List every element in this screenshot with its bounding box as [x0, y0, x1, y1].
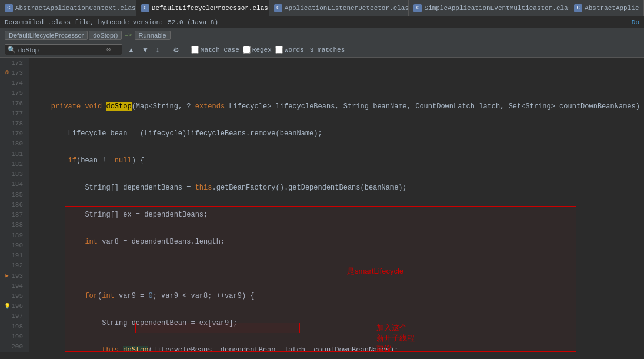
words-checkbox[interactable]	[275, 46, 283, 54]
gutter-row-180: 180	[0, 139, 29, 149]
icon-bulb-196: 💡	[4, 303, 10, 309]
line-num-185: 185	[10, 191, 26, 198]
line-num-200: 200	[10, 343, 26, 350]
gutter-row-183: 183	[0, 169, 29, 180]
line-num-186: 186	[10, 201, 26, 208]
search-icon: 🔍	[8, 46, 16, 54]
tab-simple-app-event[interactable]: C SimpleApplicationEventMulticaster.clas…	[409, 0, 569, 16]
search-clear-button[interactable]: ⊗	[106, 45, 111, 54]
breadcrumb-arrow: =>	[123, 32, 133, 39]
tab-icon-2: C	[141, 4, 149, 12]
code-text-181: String dependentBean = ex[var9];	[34, 318, 238, 328]
search-prev-button[interactable]: ▲	[126, 45, 136, 55]
gutter-row-174: 174	[0, 78, 29, 88]
gutter-row-175: 175	[0, 88, 29, 98]
gutter-row-179: 179	[0, 129, 29, 139]
search-input[interactable]	[18, 46, 106, 54]
line-num-190: 190	[10, 242, 26, 249]
search-bar: 🔍 ⊗ ▲ ▼ ↕ ⚙ Match Case Regex Words 3 mat…	[0, 42, 644, 58]
tab-abstract-applic[interactable]: C AbstractApplic ×	[569, 0, 644, 16]
code-text-176: String[] dependentBeans = this.getBeanFa…	[34, 182, 407, 193]
breadcrumb-method[interactable]: doStop()	[89, 31, 122, 40]
tab-default-lifecycle[interactable]: C DefaultLifecycleProcessor.class ×	[136, 0, 269, 16]
line-num-195: 195	[10, 292, 26, 300]
code-text-174: Lifecycle bean = (Lifecycle)lifecycleBea…	[34, 128, 322, 139]
search-jump-button[interactable]: ↕	[154, 45, 161, 55]
icon-bookmark-193: ▶	[4, 273, 10, 279]
code-line-180: for(int var9 = 0; var9 < var8; ++var9) {	[34, 291, 644, 301]
icon-at-173: @	[4, 70, 10, 76]
gutter-row-193: ▶ 193	[0, 271, 29, 281]
gutter-row-192: 192	[0, 261, 29, 271]
tab-icon-4: C	[413, 4, 422, 12]
search-settings-button[interactable]: ⚙	[171, 45, 181, 55]
line-num-187: 187	[10, 211, 26, 218]
decompile-info: Decompiled .class file, bytecode version…	[5, 19, 218, 26]
words-label: Words	[285, 46, 304, 54]
line-num-175: 175	[10, 89, 26, 97]
tab-icon-3: C	[274, 4, 282, 12]
code-area: 172 @ 173 174 175 176 177 178 179 180 18…	[0, 58, 644, 352]
download-link[interactable]: Do	[632, 19, 639, 26]
gutter-row-188: 188	[0, 220, 29, 230]
search-input-wrapper: 🔍 ⊗	[5, 44, 122, 55]
line-num-173: 173	[10, 69, 26, 77]
match-case-checkbox[interactable]	[191, 46, 199, 54]
breadcrumb-class[interactable]: DefaultLifecycleProcessor	[5, 31, 88, 40]
match-case-label: Match Case	[201, 46, 239, 54]
tab-label-1: AbstractApplicationContext.class	[15, 5, 139, 12]
tab-label-2: DefaultLifecycleProcessor.class	[152, 5, 272, 12]
code-line-172	[34, 74, 644, 85]
line-num-199: 199	[10, 333, 26, 340]
line-num-179: 179	[10, 130, 26, 137]
tab-label-5: AbstractApplic	[585, 5, 639, 12]
gutter-row-184: 184	[0, 180, 29, 190]
tab-app-listener-detector[interactable]: C ApplicationListenerDetector.class ×	[269, 0, 409, 16]
words-option[interactable]: Words	[275, 46, 304, 54]
tab-bar: C AbstractApplicationContext.class × C D…	[0, 0, 644, 16]
code-line-181: String dependentBean = ex[var9];	[34, 318, 644, 328]
line-num-177: 177	[10, 110, 26, 117]
tab-icon-1: C	[5, 4, 13, 12]
gutter-row-185: 185	[0, 190, 29, 200]
gutter-row-178: 178	[0, 118, 29, 128]
matches-count: 3 matches	[310, 46, 345, 54]
line-num-178: 178	[10, 120, 26, 127]
search-separator	[166, 45, 166, 55]
line-num-180: 180	[10, 140, 26, 147]
line-num-172: 172	[10, 59, 26, 67]
search-next-button[interactable]: ▼	[140, 45, 151, 55]
tab-label-4: SimpleApplicationEventMulticaster.class	[424, 5, 575, 12]
match-case-option[interactable]: Match Case	[191, 46, 239, 54]
line-num-198: 198	[10, 323, 26, 330]
gutter-row-189: 189	[0, 230, 29, 240]
code-text-172	[34, 74, 38, 85]
tab-icon-5: C	[574, 4, 582, 12]
tab-abstract-app-context[interactable]: C AbstractApplicationContext.class ×	[0, 0, 136, 16]
line-num-182: 182	[10, 161, 26, 168]
gutter-row-191: 191	[0, 250, 29, 260]
code-line-173: private void doStop(Map<String, ? extend…	[34, 101, 644, 112]
gutter-row-187: 187	[0, 210, 29, 220]
line-num-181: 181	[10, 151, 26, 158]
code-line-179	[34, 264, 644, 274]
gutter-row-199: 199	[0, 331, 29, 341]
code-line-182: this.doStop(lifecycleBeans, dependentBea…	[34, 345, 644, 352]
line-num-191: 191	[10, 252, 26, 259]
gutter-row-172: 172	[0, 58, 29, 68]
regex-checkbox[interactable]	[243, 46, 251, 54]
gutter-row-190: 190	[0, 240, 29, 250]
code-line-176: String[] dependentBeans = this.getBeanFa…	[34, 182, 644, 193]
gutter-row-196: 💡 196	[0, 301, 29, 311]
breadcrumb-lambda[interactable]: Runnable	[135, 31, 171, 40]
code-content[interactable]: private void doStop(Map<String, ? extend…	[29, 58, 644, 352]
gutter-row-177: 177	[0, 108, 29, 118]
code-text-179	[34, 264, 38, 274]
gutter-row-200: 200	[0, 342, 29, 352]
gutter-row-198: 198	[0, 321, 29, 331]
code-text-180: for(int var9 = 0; var9 < var8; ++var9) {	[34, 291, 254, 301]
code-line-174: Lifecycle bean = (Lifecycle)lifecycleBea…	[34, 128, 644, 139]
gutter-row-186: 186	[0, 200, 29, 210]
info-bar: Decompiled .class file, bytecode version…	[0, 16, 644, 29]
regex-option[interactable]: Regex	[243, 46, 272, 54]
